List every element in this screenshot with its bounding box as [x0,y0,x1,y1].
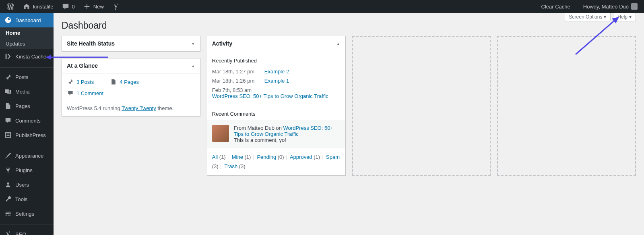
menu-users[interactable]: Users [0,177,54,192]
pin-icon [67,78,74,85]
plug-icon [4,166,12,174]
menu-settings[interactable]: Settings [0,206,54,221]
page-title: Dashboard [62,13,636,36]
admin-sidebar: Dashboard Home Updates Kinsta Cache Post… [0,13,54,235]
filter-all[interactable]: All [212,154,218,160]
chevron-down-icon: ▾ [629,14,632,20]
filter-approved[interactable]: Approved [290,154,312,160]
comment-filter-links: All (1)| Mine (1)| Pending (0)| Approved… [207,148,345,175]
filter-pending[interactable]: Pending [257,154,276,160]
widget-title: Site Health Status [67,40,115,47]
wp-version-text: WordPress 5.4 running Twenty Twenty them… [67,105,195,111]
site-name: kinstalife [33,4,54,10]
chevron-up-icon[interactable]: ▲ [336,42,341,46]
filter-mine[interactable]: Mine [232,154,243,160]
activity-item: Mar 18th, 1:26 pm Example 1 [212,76,341,85]
plus-icon [83,2,91,10]
comments-count-link[interactable]: 1 Comment [76,90,103,96]
publishpress-icon [4,131,12,139]
screen-options-button[interactable]: Screen Options ▾ [565,13,611,21]
wrench-icon [4,195,12,203]
svg-rect-2 [6,135,9,136]
chevron-up-icon[interactable]: ▲ [191,64,195,68]
user-icon [4,181,12,189]
menu-seo[interactable]: SEO [0,227,54,235]
comments-count: 0 [72,4,75,10]
pin-icon [4,73,12,81]
seo-icon [4,230,12,235]
at-a-glance-widget: At a Glance ▲ 3 Posts 4 Pages [62,58,200,116]
post-link[interactable]: WordPress SEO: 50+ Tips to Grow Organic … [212,93,328,99]
widget-placeholder[interactable] [352,36,491,176]
submenu-home[interactable]: Home [0,27,54,38]
menu-publishpress[interactable]: PublishPress [0,128,54,142]
dashboard-icon [4,16,12,24]
menu-media[interactable]: Media [0,84,54,99]
content-area: Screen Options ▾ Help ▾ Dashboard Site H… [54,13,644,235]
admin-bar: kinstalife 0 New Clear Cache Howdy, Matt… [0,0,644,13]
howdy-text: Howdy, Matteo Duò [583,4,629,10]
menu-appearance[interactable]: Appearance [0,148,54,163]
chevron-down-icon: ▾ [604,14,606,20]
wordpress-icon [6,2,14,10]
new-link[interactable]: New [80,0,107,13]
comments-link[interactable]: 0 [58,0,78,13]
page-icon [4,102,12,110]
recent-comments-heading: Recent Comments [212,109,341,120]
menu-dashboard[interactable]: Dashboard [0,13,54,27]
sliders-icon [4,210,12,218]
yoast-link[interactable] [109,0,123,13]
kinsta-icon [4,52,12,60]
brush-icon [4,152,12,160]
theme-link[interactable]: Twenty Twenty [122,105,156,111]
filter-trash[interactable]: Trash [224,163,237,169]
clear-cache-link[interactable]: Clear Cache [538,0,574,13]
yoast-icon [112,2,120,10]
media-icon [4,87,12,96]
comment-item: From Matteo Duò on WordPress SEO: 50+ Ti… [207,120,345,148]
pages-count-link[interactable]: 4 Pages [120,79,139,85]
new-label: New [93,4,104,10]
comment-icon [67,89,74,97]
activity-item: Feb 7th, 8:53 am WordPress SEO: 50+ Tips… [212,85,341,101]
posts-count-link[interactable]: 3 Posts [76,79,94,85]
wp-logo[interactable] [3,0,18,13]
activity-item: Mar 18th, 1:27 pm Example 2 [212,67,341,76]
help-button[interactable]: Help ▾ [613,13,636,21]
post-link[interactable]: Example 2 [264,69,289,75]
widget-placeholder[interactable] [497,36,636,176]
menu-pages[interactable]: Pages [0,99,54,113]
widget-title: Activity [212,40,233,47]
menu-comments[interactable]: Comments [0,113,54,128]
filter-spam[interactable]: Spam [326,154,340,160]
menu-posts[interactable]: Posts [0,70,54,84]
menu-tools[interactable]: Tools [0,192,54,206]
avatar [212,125,229,142]
comment-icon [62,2,70,10]
menu-kinsta-cache[interactable]: Kinsta Cache [0,49,54,64]
page-icon [110,78,117,85]
account-link[interactable]: Howdy, Matteo Duò [580,0,641,13]
comment-text: This is a comment, yo! [234,137,341,143]
svg-rect-1 [6,133,9,134]
home-icon [23,2,31,10]
avatar [631,3,638,10]
post-link[interactable]: Example 1 [264,78,289,84]
recently-published-heading: Recently Published [212,56,341,67]
site-health-widget: Site Health Status ▼ [62,36,200,52]
submenu-updates[interactable]: Updates [0,38,54,49]
site-name-link[interactable]: kinstalife [19,0,57,13]
menu-plugins[interactable]: Plugins [0,163,54,177]
widget-title: At a Glance [67,62,98,69]
chevron-down-icon[interactable]: ▼ [191,42,195,46]
comments-icon [4,116,12,125]
activity-widget: Activity ▲ Recently Published Mar 18th, … [207,36,346,176]
svg-point-3 [7,183,9,185]
